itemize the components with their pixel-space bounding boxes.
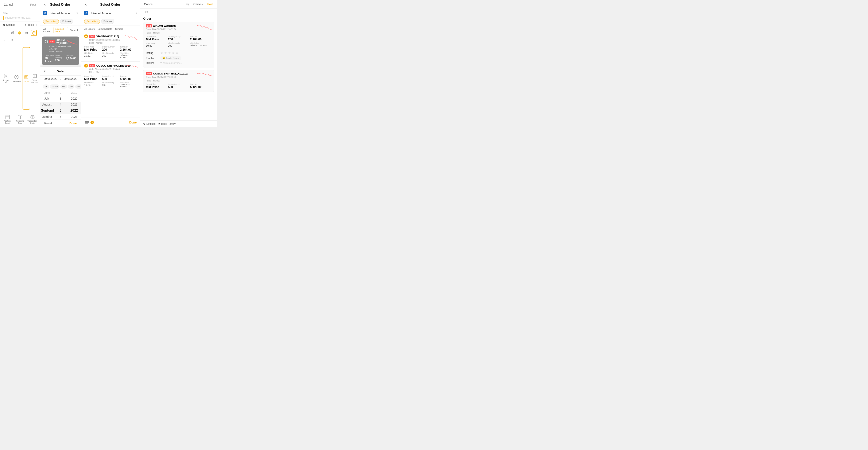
list-icon-wrapper[interactable]: 4	[85, 120, 94, 125]
filter-tabs: Securities Futures	[40, 17, 81, 26]
date-to-input[interactable]: 09/08/2022	[63, 77, 78, 81]
date-tab-3m[interactable]: 3M	[75, 84, 81, 89]
all-orders-filter[interactable]: All Orders	[42, 27, 53, 33]
panel4-quantity[interactable]: antity	[169, 122, 176, 125]
stars[interactable]: ★ ★ ★ ★ ★	[160, 51, 178, 55]
topic-section[interactable]: # Topic ∨	[25, 23, 37, 26]
panel4-topic[interactable]: # Topic	[158, 122, 166, 125]
date-tab-1m[interactable]: 1M	[68, 84, 74, 89]
star-3[interactable]: ★	[168, 51, 171, 55]
panel3-securities-tab[interactable]: Securities	[84, 19, 100, 24]
date-tab-1w[interactable]: 1W	[60, 84, 67, 89]
p4-order-price-label-1: Order Price	[146, 83, 167, 85]
positions-details-item[interactable]: Positions Details	[2, 114, 13, 125]
symbol-filter[interactable]: Symbol	[69, 28, 79, 32]
p4-qty-val-0: 200	[168, 37, 189, 41]
date-picker-close[interactable]: ×	[43, 69, 46, 73]
order-card[interactable]: Sell XIAOMI-W(01810) Order Time 09/08/20…	[42, 36, 79, 65]
panel2-back-button[interactable]: <	[43, 3, 46, 7]
panel3-symbol-filter[interactable]: Symbol	[114, 27, 124, 31]
futures-tab[interactable]: Futures	[60, 19, 73, 24]
order-nav-item[interactable]: Order	[23, 47, 30, 110]
svg-rect-17	[21, 116, 21, 119]
selected-date-filter[interactable]: Selected Date	[54, 27, 68, 33]
transaction-nav-item[interactable]: Transaction	[10, 47, 22, 110]
p4-sell-badge-1: Sell	[146, 72, 152, 75]
order-price-val-1: Mkt Price	[84, 77, 101, 81]
emotion-select-btn[interactable]: 😐 Tap to Select	[160, 56, 181, 60]
star-5[interactable]: ★	[176, 51, 178, 55]
transaction-stats-item[interactable]: Transaction Stats	[27, 114, 38, 125]
order-qty-val-0: 200	[102, 48, 119, 51]
date-tab-all[interactable]: All	[43, 84, 49, 89]
panel3-futures-tab[interactable]: Futures	[101, 19, 115, 24]
date-range-row: 09/05/2022 ~ 09/08/2022	[40, 76, 81, 83]
emotion-placeholder: Tap to Select	[166, 57, 180, 59]
order-filled-1: Filled	[89, 71, 94, 74]
turnover-col: Turnover 2,164.00	[66, 54, 76, 63]
cancel-button[interactable]: Cancel	[3, 3, 14, 7]
filled-time-val-0: 09/08/2022 10:33:57	[120, 54, 137, 58]
p4-order-price-label-0: Order Price	[146, 35, 167, 37]
date-picker-footer: Reset Done	[40, 119, 81, 127]
media-icon[interactable]: 00	[24, 30, 30, 36]
order-market-1: Market	[96, 71, 102, 74]
order-turnover-label-0: Turnover	[120, 46, 137, 48]
post-button[interactable]: Post	[29, 3, 37, 7]
reset-button[interactable]: Reset	[44, 121, 52, 125]
chart-icon[interactable]	[31, 30, 37, 36]
trade-marking-label: Trade Marking	[31, 79, 38, 83]
panel4-settings[interactable]: ⚙ Settings	[143, 122, 155, 125]
trade-marking-nav-item[interactable]: T Trade Marking	[31, 47, 39, 110]
panel4-quantity-label: antity	[169, 122, 176, 125]
filled-time-label-1: Filled Time	[120, 82, 137, 84]
title-input[interactable]: Please enter the text	[3, 16, 37, 20]
panel4-cancel-button[interactable]: Cancel	[143, 2, 154, 6]
account-row[interactable]: C Universal Account ∨	[40, 9, 81, 17]
star-1[interactable]: ★	[160, 51, 163, 55]
more-icon[interactable]: ···	[2, 37, 8, 43]
filled-price-block-1: Filled Price 10.24	[84, 82, 101, 88]
p4-turnover-label-1: Turnover	[190, 83, 211, 85]
review-input[interactable]: ✏ Write an Review...	[160, 61, 182, 64]
pnl-nav-item[interactable]: % Today's P/L	[2, 47, 10, 110]
month-picker-col[interactable]: June July August September October Novem…	[40, 90, 54, 119]
order-status-filled: Filled	[49, 51, 54, 53]
panel3-account-row[interactable]: C Universal Account ∨	[81, 9, 140, 17]
p4-status-market-0: Market	[153, 32, 160, 34]
done-button[interactable]: Done	[69, 121, 77, 125]
p4-status-row-1: Filled Market	[146, 80, 211, 82]
preview-button[interactable]: Preview	[192, 2, 204, 6]
panel3-back-button[interactable]: <	[84, 3, 88, 7]
star-4[interactable]: ★	[172, 51, 175, 55]
star-2[interactable]: ★	[164, 51, 167, 55]
panel3-selected-date-filter[interactable]: Selected Date	[97, 27, 113, 31]
review-placeholder: Write an Review...	[163, 62, 182, 64]
order-list-prices-1: Order Price Mkt Price Order Quantity 500…	[84, 75, 137, 81]
filled-price-block-0: Filled Price 10.82	[84, 52, 101, 58]
align-icon[interactable]: ≡	[9, 37, 15, 43]
order-price-block-1: Order Price Mkt Price	[84, 75, 101, 81]
panel3-done-button[interactable]: Done	[129, 121, 137, 124]
day-picker-col[interactable]: 2 3 4 5 6 7	[54, 90, 67, 119]
order-price-label-1: Order Price	[84, 75, 101, 77]
order-list-chart-0	[125, 34, 137, 42]
order-qty-label-0: Order Quantity	[102, 46, 119, 48]
securities-tab[interactable]: Securities	[43, 19, 59, 24]
order-turnover-val-1: 5,120.00	[120, 77, 137, 81]
filled-price-label-1: Filled Price	[84, 82, 101, 84]
order-list-item-0[interactable]: Sell XIAOMI-W(01810) Order Time 09/08/20…	[81, 32, 140, 62]
image-icon[interactable]: 🖼	[9, 30, 15, 36]
year-picker-col[interactable]: 2019 2020 2021 2022 2023 2024	[67, 90, 81, 119]
order-radio[interactable]	[45, 40, 48, 43]
panel4-post-button[interactable]: Post	[207, 2, 214, 6]
emoji-icon[interactable]: 😊	[17, 30, 22, 36]
text-format-icon[interactable]: T	[2, 30, 8, 36]
panel3-all-orders-filter[interactable]: All Orders	[83, 27, 96, 31]
order-list-item-1[interactable]: Sell COSCO SHIP HOLD(01919) Order Time 0…	[81, 62, 140, 91]
p4-emotion-row: Emotion 😐 Tap to Select	[146, 56, 211, 60]
date-tab-today[interactable]: Today	[50, 84, 59, 89]
year-2022: 2022	[67, 107, 81, 114]
positions-stats-item[interactable]: Positions Stats	[14, 114, 26, 125]
date-from-input[interactable]: 09/05/2022	[43, 77, 58, 81]
